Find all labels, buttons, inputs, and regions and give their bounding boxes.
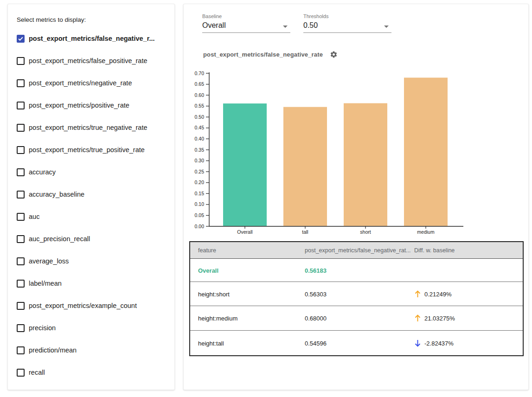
cell-feature: height:tall: [198, 339, 224, 346]
table-row[interactable]: height:tall0.54596-2.82437%: [190, 331, 523, 355]
checkbox-unchecked-icon[interactable]: [17, 102, 25, 109]
checkbox-unchecked-icon[interactable]: [17, 324, 25, 332]
header-feature: feature: [198, 247, 216, 254]
svg-text:0.00: 0.00: [195, 224, 205, 229]
svg-text:tall: tall: [302, 229, 308, 235]
checkbox-unchecked-icon[interactable]: [17, 302, 25, 310]
metric-label: accuracy_baseline: [29, 191, 84, 198]
metric-label: recall: [29, 369, 45, 376]
cell-diff: 0.21249%: [414, 290, 452, 298]
metrics-table: feature post_export_metrics/false_negati…: [189, 241, 524, 356]
checkbox-checked-icon[interactable]: [17, 35, 25, 43]
checkbox-unchecked-icon[interactable]: [17, 280, 25, 288]
metric-label: precision: [29, 324, 56, 332]
metric-label: label/mean: [29, 280, 62, 287]
svg-text:short: short: [360, 229, 371, 235]
svg-text:0.60: 0.60: [195, 92, 205, 98]
metric-label: post_export_metrics/negative_rate: [29, 79, 132, 87]
cell-feature: height:short: [198, 290, 230, 297]
checkbox-unchecked-icon[interactable]: [17, 168, 25, 176]
metric-checkbox-row[interactable]: label/mean: [17, 272, 170, 295]
metric-checkbox-row[interactable]: auc_precision_recall: [17, 228, 170, 250]
header-diff: Diff. w. baseline: [414, 247, 455, 254]
cell-feature: height:medium: [198, 315, 237, 322]
svg-text:0.45: 0.45: [195, 125, 205, 130]
table-row[interactable]: height:medium0.6800021.03275%: [190, 306, 523, 331]
checkbox-unchecked-icon[interactable]: [17, 191, 25, 198]
header-metric: post_export_metrics/false_negative_rat..…: [305, 247, 411, 254]
table-row[interactable]: Overall0.56183: [190, 259, 523, 282]
checkbox-unchecked-icon[interactable]: [17, 369, 25, 377]
svg-text:0.40: 0.40: [195, 136, 205, 141]
metric-checkbox-row[interactable]: accuracy_baseline: [17, 183, 170, 205]
svg-text:medium: medium: [417, 229, 435, 235]
metric-label: post_export_metrics/false_positive_rate: [29, 57, 147, 64]
up-arrow-icon: [414, 290, 421, 298]
metric-checkbox-row[interactable]: post_export_metrics/false_negative_r...: [17, 27, 170, 50]
bar-chart: 0.000.050.100.150.200.250.300.350.400.45…: [184, 4, 529, 238]
metrics-selector-panel: Select metrics to display: post_export_m…: [7, 4, 175, 390]
cell-value: 0.56183: [305, 267, 327, 274]
svg-text:0.25: 0.25: [195, 169, 205, 174]
svg-text:0.50: 0.50: [195, 114, 205, 120]
bar: [223, 103, 267, 226]
table-body: Overall0.56183height:short0.563030.21249…: [190, 259, 523, 355]
metric-label: average_loss: [29, 257, 69, 265]
svg-text:0.55: 0.55: [195, 103, 205, 109]
bar: [344, 103, 387, 226]
cell-diff: 21.03275%: [414, 314, 455, 322]
metric-checkbox-row[interactable]: precision: [17, 317, 170, 339]
metric-label: post_export_metrics/true_negative_rate: [29, 124, 147, 131]
table-row[interactable]: height:short0.563030.21249%: [190, 282, 523, 306]
up-arrow-icon: [414, 314, 421, 322]
cell-feature: Overall: [198, 267, 218, 274]
table-header: feature post_export_metrics/false_negati…: [190, 242, 523, 259]
svg-text:0.20: 0.20: [195, 179, 205, 185]
metric-checkbox-row[interactable]: auc: [17, 205, 170, 228]
checkbox-unchecked-icon[interactable]: [17, 213, 25, 221]
metric-checkbox-row[interactable]: post_export_metrics/negative_rate: [17, 72, 170, 94]
checkbox-unchecked-icon[interactable]: [17, 146, 25, 154]
metrics-display-panel: Baseline Overall Thresholds 0.50 post_ex…: [183, 4, 529, 390]
checkbox-unchecked-icon[interactable]: [17, 346, 25, 354]
sidebar-title: Select metrics to display:: [17, 16, 86, 23]
bar: [283, 107, 327, 226]
bar: [404, 77, 448, 226]
metric-checkbox-row[interactable]: post_export_metrics/true_positive_rate: [17, 139, 170, 161]
checkbox-unchecked-icon[interactable]: [17, 57, 25, 65]
svg-text:0.35: 0.35: [195, 147, 205, 153]
metric-label: post_export_metrics/example_count: [29, 302, 137, 309]
svg-text:0.70: 0.70: [195, 70, 205, 76]
metric-label: auc_precision_recall: [29, 235, 90, 243]
checkbox-unchecked-icon[interactable]: [17, 124, 25, 132]
metric-label: prediction/mean: [29, 346, 77, 354]
cell-value: 0.56303: [305, 290, 327, 297]
metric-checkbox-row[interactable]: accuracy: [17, 161, 170, 183]
svg-text:Overall: Overall: [237, 229, 252, 235]
metric-checkbox-row[interactable]: post_export_metrics/true_negative_rate: [17, 116, 170, 139]
checkbox-unchecked-icon[interactable]: [17, 79, 25, 87]
metric-checkbox-row[interactable]: post_export_metrics/example_count: [17, 295, 170, 317]
metric-label: post_export_metrics/positive_rate: [29, 102, 129, 109]
down-arrow-icon: [414, 339, 421, 347]
svg-text:0.30: 0.30: [195, 158, 205, 163]
cell-diff: -2.82437%: [414, 339, 454, 347]
svg-text:0.10: 0.10: [195, 201, 205, 207]
metric-checkbox-row[interactable]: post_export_metrics/false_positive_rate: [17, 50, 170, 72]
checkbox-unchecked-icon[interactable]: [17, 235, 25, 243]
metric-checkbox-row[interactable]: post_export_metrics/positive_rate: [17, 94, 170, 116]
metric-label: accuracy: [29, 168, 56, 176]
metric-checkbox-row[interactable]: recall: [17, 361, 170, 384]
svg-text:0.65: 0.65: [195, 81, 205, 87]
metric-checkbox-row[interactable]: prediction/mean: [17, 339, 170, 361]
metric-label: post_export_metrics/false_negative_r...: [29, 35, 155, 42]
checkbox-unchecked-icon[interactable]: [17, 257, 25, 265]
metric-checkbox-row[interactable]: average_loss: [17, 250, 170, 272]
svg-text:0.05: 0.05: [195, 212, 205, 218]
svg-text:0.15: 0.15: [195, 191, 205, 196]
cell-value: 0.68000: [305, 315, 327, 322]
cell-value: 0.54596: [305, 339, 327, 346]
metric-label: post_export_metrics/true_positive_rate: [29, 146, 145, 154]
metric-label: auc: [29, 213, 39, 220]
